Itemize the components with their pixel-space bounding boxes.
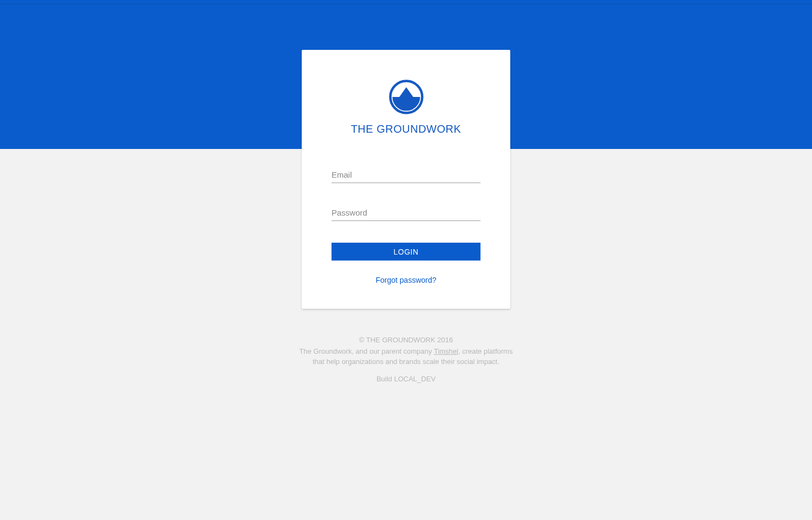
build-info: Build LOCAL_DEV bbox=[298, 374, 515, 385]
login-card: THE GROUNDWORK LOGIN Forgot password? bbox=[302, 50, 510, 309]
parent-company-link[interactable]: Timshel bbox=[434, 347, 458, 355]
footer: © THE GROUNDWORK 2016 The Groundwork, an… bbox=[298, 335, 515, 384]
brand-title: THE GROUNDWORK bbox=[351, 123, 462, 135]
password-field[interactable] bbox=[332, 205, 480, 221]
copyright-text: © THE GROUNDWORK 2016 bbox=[298, 335, 515, 346]
email-field[interactable] bbox=[332, 167, 480, 183]
tagline-text: The Groundwork, and our parent company T… bbox=[298, 346, 515, 367]
forgot-password-link[interactable]: Forgot password? bbox=[375, 276, 436, 284]
login-button[interactable]: LOGIN bbox=[332, 243, 480, 261]
brand-logo-icon bbox=[389, 80, 424, 114]
